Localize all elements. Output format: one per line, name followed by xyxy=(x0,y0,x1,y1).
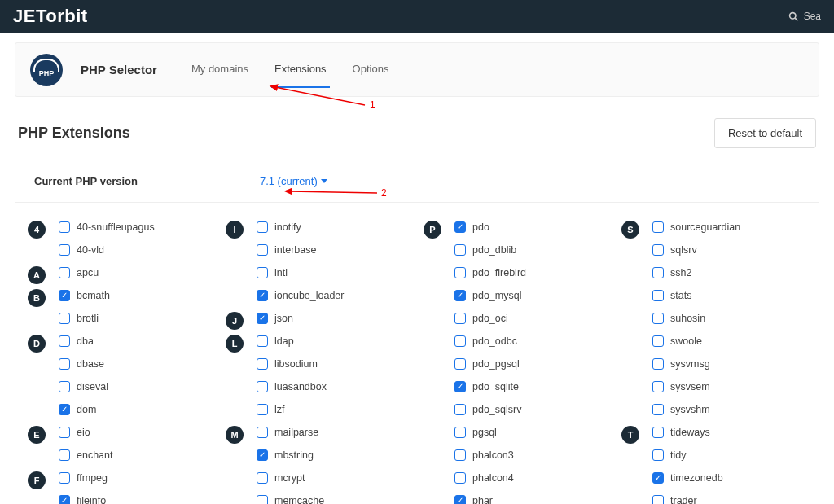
checkbox-dba[interactable] xyxy=(59,335,70,347)
extension-label: dbase xyxy=(77,358,104,370)
extension-item: suhosin xyxy=(652,310,806,327)
checkbox-inotify[interactable] xyxy=(257,221,268,233)
checkbox-intl[interactable] xyxy=(257,267,268,278)
checkbox-bcmath[interactable] xyxy=(59,290,70,301)
letter-badge xyxy=(424,380,441,398)
extension-item: sysvshm xyxy=(652,401,806,418)
extension-item: swoole xyxy=(652,333,806,349)
checkbox-lzf[interactable] xyxy=(257,404,268,415)
checkbox-diseval[interactable] xyxy=(59,381,70,392)
letter-badge: I xyxy=(226,221,244,239)
checkbox-tideways[interactable] xyxy=(652,427,664,438)
checkbox-memcache[interactable] xyxy=(257,495,268,504)
extension-item: sourceguardian xyxy=(652,219,806,235)
letter-badge: S xyxy=(621,221,639,239)
letter-badge: D xyxy=(28,335,46,353)
checkbox-dbase[interactable] xyxy=(59,358,70,370)
checkbox-phar[interactable] xyxy=(454,495,466,504)
checkbox-pdo_odbc[interactable] xyxy=(454,335,466,347)
extension-label: tidy xyxy=(670,449,686,461)
extension-label: trader xyxy=(670,495,697,504)
checkbox-sysvshm[interactable] xyxy=(652,404,664,415)
extension-label: luasandbox xyxy=(274,381,327,392)
extension-label: timezonedb xyxy=(670,472,723,484)
extension-item: ssh2 xyxy=(652,265,806,281)
extension-label: swoole xyxy=(670,335,702,347)
checkbox-sysvmsg[interactable] xyxy=(652,358,664,370)
checkbox-pdo_pgsql[interactable] xyxy=(454,358,466,370)
extension-label: ffmpeg xyxy=(77,472,108,484)
letter-badge xyxy=(424,403,441,421)
extension-item: brotli xyxy=(59,310,213,327)
letter-badge xyxy=(226,403,244,421)
extension-item: pdo_oci xyxy=(454,310,608,327)
checkbox-mcrypt[interactable] xyxy=(257,472,268,484)
extension-item: tideways xyxy=(652,424,806,440)
extension-label: mailparse xyxy=(274,427,318,438)
checkbox-json[interactable] xyxy=(257,313,268,324)
checkbox-apcu[interactable] xyxy=(59,267,70,278)
checkbox-suhosin[interactable] xyxy=(652,313,664,324)
checkbox-pdo_sqlite[interactable] xyxy=(454,381,466,392)
letter-badge: L xyxy=(226,335,244,353)
checkbox-pdo[interactable] xyxy=(454,221,466,233)
checkbox-interbase[interactable] xyxy=(257,244,268,256)
checkbox-pdo_mysql[interactable] xyxy=(454,290,466,301)
checkbox-ssh2[interactable] xyxy=(652,267,664,278)
checkbox-pdo_firebird[interactable] xyxy=(454,267,466,278)
tab-my-domains[interactable]: My domains xyxy=(188,51,252,88)
checkbox-fileinfo[interactable] xyxy=(59,495,70,504)
checkbox-timezonedb[interactable] xyxy=(652,472,664,484)
extension-label: pdo_odbc xyxy=(472,335,517,347)
topbar: JETorbit Sea xyxy=(0,0,834,33)
checkbox-pdo_oci[interactable] xyxy=(454,313,466,324)
checkbox-phalcon4[interactable] xyxy=(454,472,466,484)
checkbox-luasandbox[interactable] xyxy=(257,381,268,392)
extension-label: lzf xyxy=(274,404,285,415)
checkbox-ioncube_loader[interactable] xyxy=(257,290,268,301)
checkbox-dom[interactable] xyxy=(59,404,70,415)
checkbox-40-vld[interactable] xyxy=(59,244,70,256)
checkbox-pdo_sqlsrv[interactable] xyxy=(454,404,466,415)
checkbox-eio[interactable] xyxy=(59,427,70,438)
checkbox-ffmpeg[interactable] xyxy=(59,472,70,484)
extension-label: phalcon3 xyxy=(472,449,514,461)
app-panel: PHP PHP Selector My domainsExtensionsOpt… xyxy=(15,42,819,97)
checkbox-ldap[interactable] xyxy=(257,335,268,347)
extension-label: phalcon4 xyxy=(472,472,514,484)
extension-item: dom xyxy=(59,401,213,418)
checkbox-libsodium[interactable] xyxy=(257,358,268,370)
extension-label: memcache xyxy=(274,495,324,504)
extension-item: pgsql xyxy=(454,424,608,440)
checkbox-stats[interactable] xyxy=(652,290,664,301)
checkbox-brotli[interactable] xyxy=(59,313,70,324)
letter-badge xyxy=(621,494,639,504)
extension-label: ioncube_loader xyxy=(274,290,345,301)
reset-button[interactable]: Reset to default xyxy=(714,118,816,148)
checkbox-sqlsrv[interactable] xyxy=(652,244,664,256)
checkbox-pdo_dblib[interactable] xyxy=(454,244,466,256)
tab-options[interactable]: Options xyxy=(349,51,393,88)
extension-item: pdo xyxy=(454,219,608,235)
extension-label: inotify xyxy=(274,221,301,233)
version-select[interactable]: 7.1 (current) xyxy=(260,175,327,187)
checkbox-mbstring[interactable] xyxy=(257,449,268,461)
page-title: PHP Extensions xyxy=(18,125,130,142)
checkbox-sourceguardian[interactable] xyxy=(652,221,664,233)
checkbox-tidy[interactable] xyxy=(652,449,664,461)
checkbox-40-snuffleupagus[interactable] xyxy=(59,221,70,233)
tab-extensions[interactable]: Extensions xyxy=(271,51,330,88)
checkbox-trader[interactable] xyxy=(652,495,664,504)
extension-label: ldap xyxy=(274,335,294,347)
checkbox-swoole[interactable] xyxy=(652,335,664,347)
checkbox-mailparse[interactable] xyxy=(257,427,268,438)
brand-logo: JETorbit xyxy=(13,6,88,27)
extension-label: pdo xyxy=(472,221,489,233)
checkbox-pgsql[interactable] xyxy=(454,427,466,438)
letter-badge xyxy=(424,335,441,353)
search-area[interactable]: Sea xyxy=(788,11,821,22)
checkbox-enchant[interactable] xyxy=(59,449,70,461)
checkbox-phalcon3[interactable] xyxy=(454,449,466,461)
checkbox-sysvsem[interactable] xyxy=(652,381,664,392)
extension-item: lzf xyxy=(257,401,410,418)
